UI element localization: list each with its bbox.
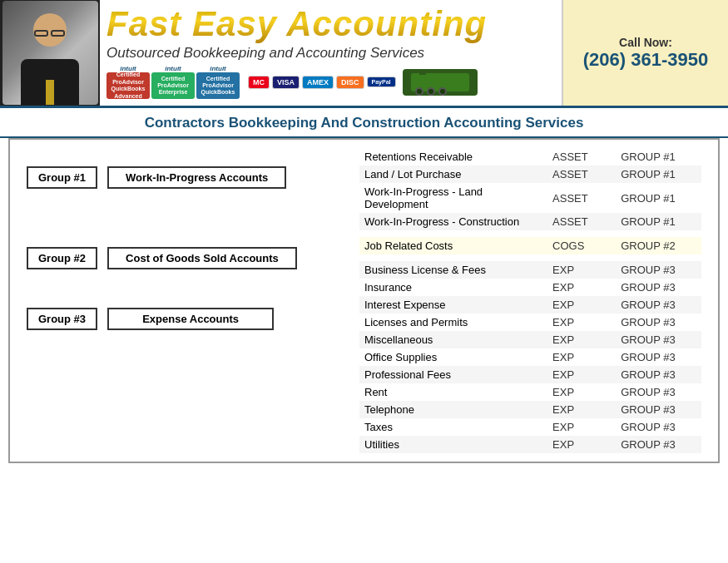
table-row: Professional FeesEXPGROUP #3	[359, 366, 701, 383]
account-type: EXP	[547, 314, 616, 331]
group1-row-wrapper: Group #1 Work-In-Progress Accounts	[27, 161, 343, 189]
intuit-logo-2: intuit	[165, 65, 181, 72]
table-row: Licenses and PermitsEXPGROUP #3	[359, 314, 701, 331]
account-type: EXP	[547, 331, 616, 348]
account-group: GROUP #3	[616, 383, 701, 401]
account-group: GROUP #3	[616, 331, 701, 348]
badge-certified-advanced: Certified ProAdvisor QuickBooks Advanced	[106, 72, 150, 99]
intuit-badge-group: intuit Certified ProAdvisor QuickBooks A…	[106, 65, 240, 99]
group1-row: Group #1 Work-In-Progress Accounts	[27, 166, 343, 189]
paypal-icon: PayPal	[367, 77, 396, 87]
account-type: EXP	[547, 418, 616, 436]
mastercard-icon: MC	[248, 76, 270, 89]
table-row: Retentions ReceivableASSETGROUP #1	[359, 148, 701, 165]
account-group: GROUP #1	[616, 148, 701, 165]
train-image	[403, 69, 478, 96]
train-chimney	[419, 69, 426, 75]
group3-row-wrapper: Group #3 Expense Accounts	[27, 308, 343, 330]
site-subtitle: Outsourced Bookkeeping and Accounting Se…	[106, 45, 555, 62]
account-group: GROUP #3	[616, 366, 701, 383]
table-row: Interest ExpenseEXPGROUP #3	[359, 296, 701, 314]
group1-spacer	[27, 189, 343, 247]
table-row: Job Related CostsCOGSGROUP #2	[359, 237, 701, 254]
account-type: EXP	[547, 261, 616, 279]
main-container: Group #1 Work-In-Progress Accounts Group…	[8, 138, 720, 463]
account-group: GROUP #3	[616, 401, 701, 418]
table-row: TelephoneEXPGROUP #3	[359, 401, 701, 418]
accounts-table: Retentions ReceivableASSETGROUP #1Land /…	[359, 148, 701, 453]
train-wheels	[415, 87, 447, 96]
intuit-logo-3: intuit	[210, 65, 226, 72]
account-type: EXP	[547, 279, 616, 296]
site-title: Fast Easy Accounting	[106, 5, 555, 43]
account-group: GROUP #1	[616, 183, 701, 213]
group2-row: Group #2 Cost of Goods Sold Accounts	[27, 247, 343, 269]
header-photo	[0, 0, 100, 106]
table-row: MiscellaneousEXPGROUP #3	[359, 331, 701, 348]
header-logos: intuit Certified ProAdvisor QuickBooks A…	[106, 65, 555, 99]
amex-icon: AMEX	[302, 76, 334, 89]
group2-spacer	[27, 269, 343, 308]
account-type: EXP	[547, 383, 616, 401]
account-group: GROUP #3	[616, 314, 701, 331]
account-type: EXP	[547, 348, 616, 366]
main-content: Group #1 Work-In-Progress Accounts Group…	[10, 140, 718, 462]
account-type: EXP	[547, 436, 616, 453]
account-name: Work-In-Progress - Land Development	[359, 183, 547, 213]
group1-label: Group #1	[27, 166, 97, 189]
discover-icon: DISC	[336, 76, 364, 89]
table-row: RentEXPGROUP #3	[359, 383, 701, 401]
section-divider	[359, 254, 701, 261]
account-name: Professional Fees	[359, 366, 547, 383]
group2-label: Group #2	[27, 247, 97, 269]
account-name: Job Related Costs	[359, 237, 547, 254]
account-group: GROUP #3	[616, 279, 701, 296]
account-group: GROUP #1	[616, 165, 701, 183]
photo-glasses	[34, 30, 66, 37]
badge-certified-enterprise: Certified ProAdvisor Enterprise	[151, 72, 195, 99]
header-center: Fast Easy Accounting Outsourced Bookkeep…	[100, 0, 562, 106]
header-right: Call Now: (206) 361-3950	[562, 0, 728, 106]
group1-title: Work-In-Progress Accounts	[107, 166, 286, 189]
photo-tie	[46, 80, 54, 105]
account-name: Telephone	[359, 401, 547, 418]
photo-body	[21, 59, 79, 105]
subheader-text: Contractors Bookkeeping And Construction…	[145, 115, 584, 131]
account-type: COGS	[547, 237, 616, 254]
payment-icons: MC VISA AMEX DISC PayPal	[248, 76, 396, 89]
group2-title: Cost of Goods Sold Accounts	[107, 247, 297, 269]
account-name: Interest Expense	[359, 296, 547, 314]
table-row: Office SuppliesEXPGROUP #3	[359, 348, 701, 366]
table-row: Land / Lot PurchaseASSETGROUP #1	[359, 165, 701, 183]
table-row: UtilitiesEXPGROUP #3	[359, 436, 701, 453]
account-name: Business License & Fees	[359, 261, 547, 279]
account-group: GROUP #3	[616, 436, 701, 453]
table-row: TaxesEXPGROUP #3	[359, 418, 701, 436]
account-group: GROUP #3	[616, 418, 701, 436]
table-row: InsuranceEXPGROUP #3	[359, 279, 701, 296]
table-row: Work-In-Progress - Land DevelopmentASSET…	[359, 183, 701, 213]
account-type: ASSET	[547, 183, 616, 213]
group3-title: Expense Accounts	[107, 308, 274, 330]
account-name: Insurance	[359, 279, 547, 296]
group3-label: Group #3	[27, 308, 97, 330]
account-type: ASSET	[547, 213, 616, 230]
left-column: Group #1 Work-In-Progress Accounts Group…	[27, 148, 343, 453]
account-type: ASSET	[547, 165, 616, 183]
visa-icon: VISA	[272, 76, 300, 89]
table-row: Work-In-Progress - ConstructionASSETGROU…	[359, 213, 701, 230]
account-name: Miscellaneous	[359, 331, 547, 348]
account-name: Work-In-Progress - Construction	[359, 213, 547, 230]
account-name: Utilities	[359, 436, 547, 453]
account-group: GROUP #1	[616, 213, 701, 230]
phone-number: (206) 361-3950	[583, 49, 708, 71]
account-type: EXP	[547, 401, 616, 418]
call-now-label: Call Now:	[619, 36, 672, 49]
right-column: Retentions ReceivableASSETGROUP #1Land /…	[359, 148, 701, 453]
account-type: ASSET	[547, 148, 616, 165]
account-name: Rent	[359, 383, 547, 401]
header: Fast Easy Accounting Outsourced Bookkeep…	[0, 0, 728, 108]
account-name: Land / Lot Purchase	[359, 165, 547, 183]
account-name: Office Supplies	[359, 348, 547, 366]
badge-certified-qb: Certified ProAdvisor QuickBooks	[196, 72, 240, 99]
